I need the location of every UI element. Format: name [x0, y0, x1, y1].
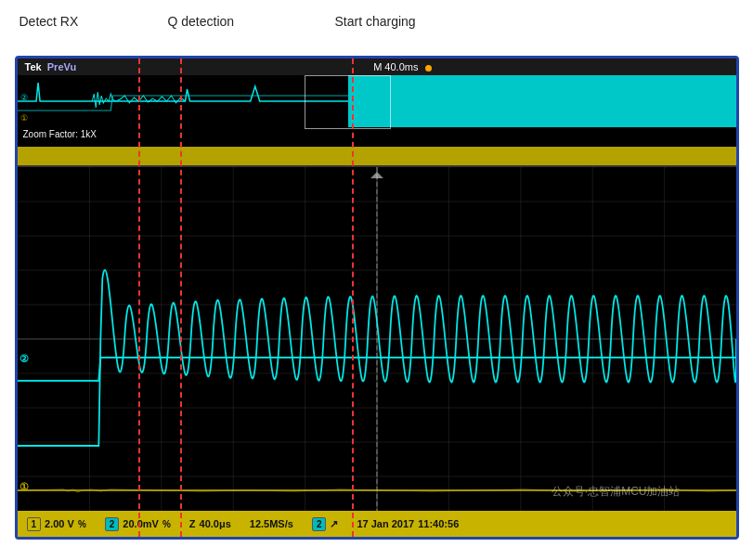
labels-row: Detect RX Q detection Start charging	[15, 9, 739, 56]
sample-rate-status: 12.5MS/s	[250, 518, 293, 529]
label-start-charging: Start charging	[335, 14, 416, 29]
cyan-right-block	[348, 75, 736, 127]
sample-rate: 12.5MS/s	[250, 518, 293, 529]
outer-container: Detect RX Q detection Start charging Tek…	[15, 9, 739, 540]
trigger-slope: ↗	[330, 518, 338, 530]
preview-section: Tek PreVu M 40.0ms	[18, 59, 736, 165]
date-value: 17 Jan 2017	[357, 518, 414, 529]
time-label: M 40.0ms	[373, 61, 431, 72]
preview-mode-label: PreVu	[47, 61, 76, 72]
date-status: 17 Jan 2017 11:40:56	[357, 518, 459, 529]
ch1-badge: 1	[27, 517, 42, 531]
trigger-badge: 2	[312, 517, 327, 531]
label-q-detection: Q detection	[168, 14, 235, 29]
ch1-extra: %	[78, 519, 86, 529]
ch1-marker-main: ①	[19, 481, 29, 493]
watermark: 公众号·忠智浦MCU加油站	[552, 484, 681, 500]
time-z-label: Z	[189, 518, 196, 529]
yellow-band-preview	[18, 147, 736, 165]
grid-svg	[18, 167, 736, 511]
oscilloscope-screen: Tek PreVu M 40.0ms	[15, 56, 739, 540]
ch2-status: 2 20.0mV %	[105, 517, 171, 531]
tek-label: Tek PreVu	[25, 61, 77, 72]
orange-dot	[425, 65, 432, 72]
preview-header: Tek PreVu M 40.0ms	[18, 59, 736, 75]
ch1-marker-preview: ①	[18, 112, 31, 124]
time-value: 40.0μs	[200, 518, 231, 529]
black-waveform-block	[18, 75, 348, 127]
ch2-marker-main: ②	[19, 353, 29, 365]
time-stamp: 11:40:56	[418, 518, 459, 529]
trigger-status: 2 ↗	[312, 517, 339, 531]
ch2-marker-preview: ②	[18, 92, 31, 103]
preview-waveform: Zoom Factor: 1kX ② ①	[18, 75, 736, 165]
svg-marker-21	[370, 172, 383, 178]
preview-waveform-svg	[18, 75, 348, 127]
ch2-badge: 2	[105, 517, 120, 531]
status-bar: 1 2.00 V % 2 20.0mV % Z 40.0μs 12.5MS/s …	[18, 511, 736, 537]
ch1-status: 1 2.00 V %	[27, 517, 86, 531]
zoom-factor-label: Zoom Factor: 1kX	[23, 129, 97, 139]
label-detect-rx: Detect RX	[19, 14, 79, 29]
ch1-voltage: 2.00 V	[45, 518, 74, 529]
main-waveform-section: ② ①	[18, 167, 736, 511]
ch2-voltage: 20.0mV	[123, 518, 159, 529]
ch2-extra: %	[162, 519, 171, 529]
time-status: Z 40.0μs	[189, 518, 231, 529]
